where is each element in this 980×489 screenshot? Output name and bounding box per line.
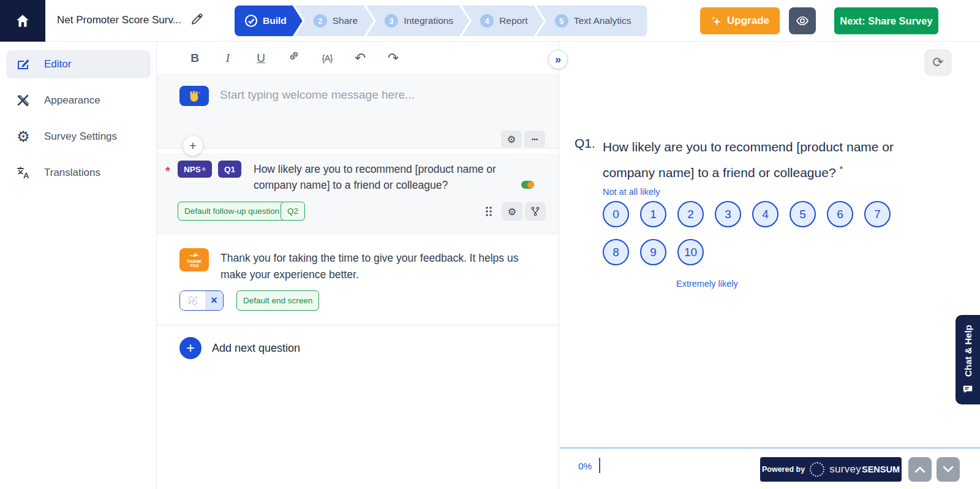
- nps-scale-option[interactable]: 7: [864, 201, 891, 227]
- welcome-more-button[interactable]: •••: [524, 131, 545, 148]
- chat-bubble-icon: [962, 384, 973, 395]
- thank-you-icon: THANKYOU: [179, 248, 209, 271]
- sparkles-icon: [710, 15, 722, 27]
- nps-scale-option[interactable]: 9: [640, 239, 666, 265]
- preview-eye-button[interactable]: [789, 7, 816, 34]
- refresh-icon: ⟳: [932, 55, 943, 70]
- sidebar-item-appearance[interactable]: Appearance: [6, 86, 151, 115]
- sidebar-item-survey-settings[interactable]: ⚙ Survey Settings: [6, 123, 151, 151]
- celebration-thumbnail-icon: [186, 294, 200, 308]
- welcome-settings-button[interactable]: ⚙: [501, 131, 522, 148]
- plus-icon: +: [189, 138, 197, 153]
- step-number: 3: [385, 14, 398, 28]
- translate-icon: A: [16, 165, 31, 180]
- chat-help-tab[interactable]: Chat & Help: [956, 315, 980, 404]
- question-number-badge: Q1: [218, 161, 241, 178]
- collapse-panel-button[interactable]: »: [548, 50, 568, 69]
- scroll-up-button[interactable]: [908, 457, 932, 482]
- nps-scale-option[interactable]: 4: [752, 201, 778, 227]
- step-label: Report: [499, 15, 528, 26]
- chat-help-label: Chat & Help: [963, 325, 973, 377]
- question-text: How likely are you to recommend [product…: [603, 140, 894, 180]
- link-button[interactable]: [287, 49, 301, 67]
- nps-scale-option[interactable]: 6: [827, 201, 853, 227]
- drag-handle[interactable]: [478, 202, 499, 221]
- home-button[interactable]: [0, 0, 45, 42]
- undo-icon: ↶: [355, 50, 366, 66]
- chevron-down-icon: [943, 466, 954, 473]
- welcome-message-input[interactable]: Start typing welcome message here...: [220, 88, 415, 102]
- brand-name-bold: SENSUM: [862, 464, 900, 474]
- powered-by-label: Powered by: [762, 465, 805, 474]
- eye-icon: [795, 13, 810, 28]
- step-label: Build: [263, 15, 287, 26]
- sidebar-item-translations[interactable]: A Translations: [6, 159, 151, 187]
- nps-scale-option[interactable]: 3: [715, 201, 741, 227]
- plus-icon: +: [186, 339, 195, 356]
- step-integrations[interactable]: 3 Integrations: [366, 6, 469, 36]
- sidebar: Editor Appearance ⚙ Survey Settings A Tr…: [0, 42, 157, 489]
- thank-you-icon-text: YOU: [189, 263, 198, 268]
- badge-text: NPS: [184, 165, 201, 174]
- required-marker: *: [839, 164, 842, 174]
- redo-button[interactable]: ↷: [386, 49, 401, 67]
- step-share[interactable]: 2 Share: [295, 6, 374, 36]
- drag-dots-icon: [484, 206, 493, 217]
- registered-mark: ®: [202, 167, 206, 172]
- double-chevron-right-icon: »: [555, 53, 561, 66]
- nps-scale-option[interactable]: 8: [603, 239, 629, 265]
- italic-button[interactable]: I: [221, 49, 235, 67]
- nps-question-block: * NPS® Q1 How likely are you to recommen…: [157, 153, 559, 234]
- step-text-analytics[interactable]: 5 Text Analytics: [537, 6, 647, 36]
- nps-scale-option[interactable]: 10: [677, 239, 704, 265]
- step-label: Text Analytics: [574, 15, 631, 26]
- nps-scale-option[interactable]: 2: [677, 201, 704, 227]
- gear-icon: ⚙: [508, 206, 516, 218]
- thank-you-message[interactable]: Thank you for taking the time to give yo…: [221, 250, 545, 283]
- followup-question-tag[interactable]: Q2: [281, 202, 305, 221]
- nps-scale: 012345678910: [603, 201, 909, 265]
- undo-button[interactable]: ↶: [353, 49, 368, 67]
- insert-question-button[interactable]: +: [183, 136, 203, 156]
- variable-button[interactable]: {A}: [320, 49, 334, 67]
- check-circle-icon: [244, 14, 258, 28]
- question-toggle[interactable]: [521, 181, 534, 189]
- sidebar-item-label: Editor: [44, 58, 71, 70]
- surveysensum-logo-icon: [810, 462, 824, 477]
- step-build[interactable]: Build: [235, 6, 303, 36]
- end-screen-media-chip[interactable]: ×: [179, 290, 224, 311]
- bold-button[interactable]: B: [187, 49, 202, 67]
- add-question-label[interactable]: Add next question: [212, 342, 300, 355]
- survey-preview-panel: ⟳ Q1. How likely are you to recommend [p…: [560, 42, 980, 447]
- survey-stepper: Build 2 Share 3 Integrations 4 Report 5 …: [235, 6, 647, 36]
- next-share-survey-button[interactable]: Next: Share Survey: [834, 7, 938, 34]
- step-report[interactable]: 4 Report: [462, 6, 544, 36]
- underline-button[interactable]: U: [254, 49, 268, 67]
- nps-settings-button[interactable]: ⚙: [502, 202, 522, 221]
- add-question-button[interactable]: +: [179, 337, 202, 359]
- question-type-badge: NPS®: [178, 161, 212, 178]
- default-end-screen-tag[interactable]: Default end screen: [236, 290, 319, 311]
- step-label: Share: [333, 15, 358, 26]
- branch-logic-button[interactable]: [525, 202, 546, 221]
- nps-scale-option[interactable]: 5: [790, 201, 816, 227]
- editor-pen-icon: [16, 57, 31, 72]
- nps-scale-option[interactable]: 1: [640, 201, 666, 227]
- remove-media-button[interactable]: ×: [205, 291, 223, 310]
- upgrade-button[interactable]: Upgrade: [700, 7, 780, 34]
- sidebar-item-label: Appearance: [44, 94, 100, 107]
- welcome-message-block: Start typing welcome message here... ⚙ •…: [157, 75, 559, 149]
- refresh-preview-button[interactable]: ⟳: [924, 49, 952, 76]
- default-followup-tag[interactable]: Default follow-up question: [178, 202, 286, 221]
- edit-title-icon[interactable]: [190, 13, 203, 26]
- brand-name-light: survey: [829, 463, 861, 476]
- formatting-toolbar: B I U {A} ↶ ↷: [157, 42, 559, 75]
- scroll-down-button[interactable]: [937, 457, 960, 482]
- nps-scale-option[interactable]: 0: [603, 201, 629, 227]
- scale-high-label: Extremely likely: [676, 279, 738, 289]
- nps-question-text[interactable]: How likely are you to recommend [product…: [254, 161, 532, 193]
- preview-footer: 0% Powered by survey SENSUM: [560, 447, 980, 489]
- sidebar-item-editor[interactable]: Editor: [6, 50, 151, 78]
- required-marker: *: [165, 164, 170, 178]
- step-label: Integrations: [404, 15, 453, 26]
